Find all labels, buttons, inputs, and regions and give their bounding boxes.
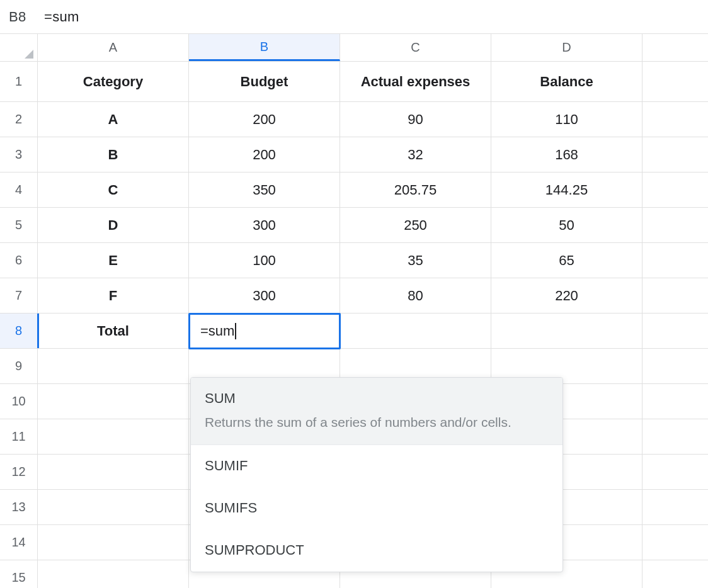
column-header-E[interactable]	[642, 34, 708, 61]
cell-A11[interactable]	[38, 419, 189, 455]
cell-A14[interactable]	[38, 525, 189, 560]
autocomplete-item-title: SUMPRODUCT	[205, 542, 304, 558]
row-header-10[interactable]: 10	[0, 384, 38, 419]
row-header-13[interactable]: 13	[0, 490, 38, 525]
cell-E1[interactable]	[642, 62, 708, 102]
row-header-5[interactable]: 5	[0, 208, 38, 243]
row-5: 5 D 300 250 50	[0, 208, 708, 243]
cell-E13[interactable]	[642, 490, 708, 525]
cell-E10[interactable]	[642, 384, 708, 419]
cell-A8[interactable]: Total	[38, 314, 189, 349]
formula-input[interactable]: =sum	[38, 9, 708, 25]
row-header-8[interactable]: 8	[0, 314, 38, 349]
cell-D8[interactable]	[491, 314, 642, 349]
cell-B3[interactable]: 200	[189, 137, 340, 172]
row-4: 4 C 350 205.75 144.25	[0, 172, 708, 208]
autocomplete-item-description: Returns the sum of a series of numbers a…	[205, 413, 549, 432]
cell-D5[interactable]: 50	[491, 208, 642, 243]
cell-A10[interactable]	[38, 384, 189, 419]
cell-D2[interactable]: 110	[491, 102, 642, 137]
row-3: 3 B 200 32 168	[0, 137, 708, 172]
cell-D7[interactable]: 220	[491, 278, 642, 314]
cell-E7[interactable]	[642, 278, 708, 314]
column-header-B[interactable]: B	[189, 34, 340, 61]
name-box[interactable]: B8	[0, 9, 38, 25]
cell-A7[interactable]: F	[38, 278, 189, 314]
cell-C7[interactable]: 80	[340, 278, 491, 314]
cell-E4[interactable]	[642, 172, 708, 208]
cell-A13[interactable]	[38, 490, 189, 525]
spreadsheet-grid: A B C D 1 Category Budget Actual expense…	[0, 34, 708, 588]
cell-A5[interactable]: D	[38, 208, 189, 243]
cell-B8-editing-value: =sum	[200, 323, 234, 339]
autocomplete-item-title: SUMIF	[205, 458, 248, 473]
row-header-14[interactable]: 14	[0, 525, 38, 560]
cell-A12[interactable]	[38, 455, 189, 490]
row-2: 2 A 200 90 110	[0, 102, 708, 137]
row-7: 7 F 300 80 220	[0, 278, 708, 314]
cell-B8-editing[interactable]: =sum	[188, 313, 341, 349]
row-header-15[interactable]: 15	[0, 560, 38, 588]
row-8: 8 Total =sum	[0, 314, 708, 349]
cell-A1[interactable]: Category	[38, 62, 189, 102]
row-1: 1 Category Budget Actual expenses Balanc…	[0, 62, 708, 102]
select-all-corner[interactable]	[0, 34, 38, 61]
row-header-12[interactable]: 12	[0, 455, 38, 490]
cell-D6[interactable]: 65	[491, 243, 642, 278]
cell-B5[interactable]: 300	[189, 208, 340, 243]
cell-B2[interactable]: 200	[189, 102, 340, 137]
cell-C5[interactable]: 250	[340, 208, 491, 243]
cell-C2[interactable]: 90	[340, 102, 491, 137]
column-headers: A B C D	[0, 34, 708, 62]
cell-A6[interactable]: E	[38, 243, 189, 278]
cell-E9[interactable]	[642, 349, 708, 384]
cell-E14[interactable]	[642, 525, 708, 560]
autocomplete-item-sumproduct[interactable]: SUMPRODUCT	[191, 529, 562, 572]
cell-E3[interactable]	[642, 137, 708, 172]
column-header-C[interactable]: C	[340, 34, 491, 61]
cell-B7[interactable]: 300	[189, 278, 340, 314]
cell-D4[interactable]: 144.25	[491, 172, 642, 208]
cell-E2[interactable]	[642, 102, 708, 137]
cell-E6[interactable]	[642, 243, 708, 278]
cell-C3[interactable]: 32	[340, 137, 491, 172]
cell-E8[interactable]	[642, 314, 708, 349]
formula-autocomplete: SUM Returns the sum of a series of numbe…	[190, 377, 563, 572]
row-header-4[interactable]: 4	[0, 172, 38, 208]
row-6: 6 E 100 35 65	[0, 243, 708, 278]
cell-C1[interactable]: Actual expenses	[340, 62, 491, 102]
cell-C6[interactable]: 35	[340, 243, 491, 278]
row-header-7[interactable]: 7	[0, 278, 38, 314]
cell-B4[interactable]: 350	[189, 172, 340, 208]
cell-E5[interactable]	[642, 208, 708, 243]
autocomplete-item-sum[interactable]: SUM Returns the sum of a series of numbe…	[191, 378, 562, 445]
cell-E11[interactable]	[642, 419, 708, 455]
autocomplete-item-title: SUM	[205, 390, 549, 407]
autocomplete-item-sumif[interactable]: SUMIF	[191, 445, 562, 487]
cell-A3[interactable]: B	[38, 137, 189, 172]
row-header-11[interactable]: 11	[0, 419, 38, 455]
formula-bar: B8 =sum	[0, 0, 708, 34]
cell-A2[interactable]: A	[38, 102, 189, 137]
cell-D3[interactable]: 168	[491, 137, 642, 172]
cell-B6[interactable]: 100	[189, 243, 340, 278]
autocomplete-item-title: SUMIFS	[205, 500, 257, 516]
cell-A9[interactable]	[38, 349, 189, 384]
row-header-3[interactable]: 3	[0, 137, 38, 172]
cell-A4[interactable]: C	[38, 172, 189, 208]
cell-D1[interactable]: Balance	[491, 62, 642, 102]
row-header-9[interactable]: 9	[0, 349, 38, 384]
column-header-A[interactable]: A	[38, 34, 189, 61]
cell-C4[interactable]: 205.75	[340, 172, 491, 208]
cell-C8[interactable]	[340, 314, 491, 349]
autocomplete-item-sumifs[interactable]: SUMIFS	[191, 487, 562, 529]
cell-E12[interactable]	[642, 455, 708, 490]
cell-A15[interactable]	[38, 560, 189, 588]
cell-E15[interactable]	[642, 560, 708, 588]
row-header-2[interactable]: 2	[0, 102, 38, 137]
row-header-6[interactable]: 6	[0, 243, 38, 278]
row-header-1[interactable]: 1	[0, 62, 38, 102]
text-caret	[235, 323, 236, 339]
cell-B1[interactable]: Budget	[189, 62, 340, 102]
column-header-D[interactable]: D	[491, 34, 642, 61]
